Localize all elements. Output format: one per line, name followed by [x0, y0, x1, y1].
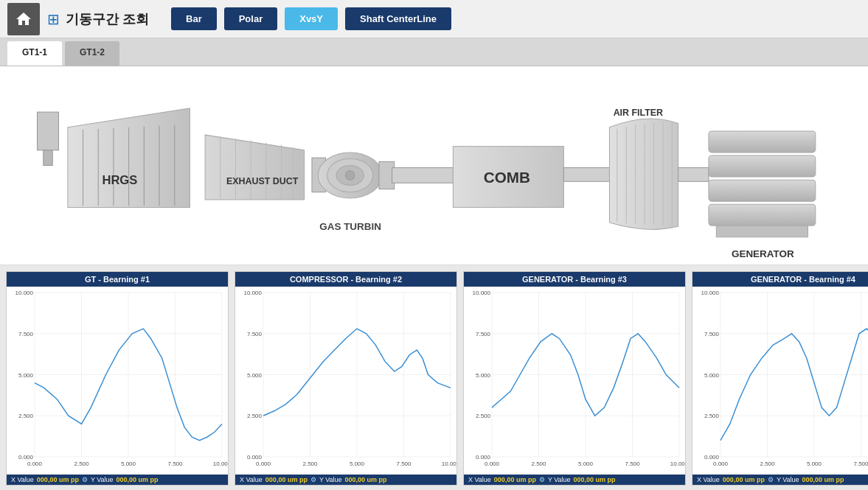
chart-panel-1: GT - Bearning #1 X Value 000,00 um pp ⚙ …	[6, 271, 229, 486]
svg-rect-41	[709, 155, 816, 177]
svg-rect-44	[716, 225, 808, 237]
chart-1-x-value: 000,00 um pp	[37, 476, 79, 483]
chart-4-canvas	[692, 287, 868, 475]
bar-nav-button[interactable]: Bar	[171, 7, 217, 30]
chart-4-x-label: X Value	[697, 476, 720, 483]
turbine-diagram: HRGS EXHAUST DUCT GAS TURBIN	[0, 66, 868, 265]
svg-text:EXHAUST DUCT: EXHAUST DUCT	[226, 176, 299, 186]
chart-2-title: COMPRESSOR - Bearning #2	[235, 272, 456, 287]
chart-2-canvas	[235, 287, 456, 475]
tab-gt1-2[interactable]: GT1-2	[65, 41, 119, 66]
chart-4-x-value: 000,00 um pp	[723, 476, 765, 483]
chart-4-y-label: Y Value	[777, 476, 799, 483]
chart-1-footer: X Value 000,00 um pp ⚙ Y Value 000,00 um…	[7, 475, 228, 485]
main-content: HRGS EXHAUST DUCT GAS TURBIN	[0, 66, 868, 490]
chart-panel-2: COMPRESSOR - Bearning #2 X Value 000,00 …	[235, 271, 457, 486]
xvsy-nav-button[interactable]: XvsY	[285, 7, 338, 30]
svg-text:GENERATOR: GENERATOR	[732, 248, 794, 259]
chart-2-y-value: 000,00 um pp	[345, 476, 387, 483]
chart-panel-4: GENERATOR - Bearning #4 X Value 000,00 u…	[692, 271, 868, 486]
chart-1-canvas	[7, 287, 228, 475]
svg-rect-43	[709, 204, 816, 225]
svg-rect-1	[38, 112, 59, 150]
chart-1-y-label: Y Value	[91, 476, 114, 483]
chart-3-canvas	[464, 287, 685, 475]
header: ⊞ 기동구간 조회 Bar Polar XvsY Shaft CenterLin…	[0, 0, 868, 38]
tabs-bar: GT1-1 GT1-2	[0, 38, 868, 66]
svg-rect-30	[563, 168, 609, 182]
chart-1-x-label: X Value	[11, 476, 34, 483]
chart-3-settings-icon[interactable]: ⚙	[539, 476, 545, 483]
chart-4-title: GENERATOR - Bearning #4	[692, 272, 868, 287]
chart-2-y-label: Y Value	[319, 476, 342, 483]
shaftcl-nav-button[interactable]: Shaft CenterLine	[345, 7, 451, 30]
chart-2-footer: X Value 000,00 um pp ⚙ Y Value 000,00 um…	[235, 475, 456, 485]
svg-point-24	[345, 171, 354, 180]
chart-1-y-value: 000,00 um pp	[117, 476, 159, 483]
polar-nav-button[interactable]: Polar	[224, 7, 278, 30]
charts-area: GT - Bearning #1 X Value 000,00 um pp ⚙ …	[0, 265, 868, 490]
svg-rect-42	[709, 180, 816, 201]
turbine-svg: HRGS EXHAUST DUCT GAS TURBIN	[0, 66, 868, 265]
page-title: 기동구간 조회	[66, 10, 149, 28]
chart-3-x-value: 000,00 um pp	[494, 476, 536, 483]
chart-3-title: GENERATOR - Bearning #3	[464, 272, 685, 287]
chart-3-body	[464, 287, 685, 475]
home-button[interactable]	[7, 3, 40, 35]
chart-2-x-value: 000,00 um pp	[265, 476, 308, 483]
chart-2-x-label: X Value	[240, 476, 263, 483]
title-area: ⊞ 기동구간 조회	[47, 10, 149, 28]
grid-icon: ⊞	[47, 10, 60, 28]
svg-text:HRGS: HRGS	[102, 173, 137, 187]
chart-3-x-label: X Value	[468, 476, 491, 483]
chart-1-body	[7, 287, 228, 475]
chart-4-settings-icon[interactable]: ⚙	[768, 476, 774, 483]
chart-2-body	[235, 287, 456, 475]
svg-rect-2	[44, 150, 52, 166]
chart-1-title: GT - Bearning #1	[7, 272, 228, 287]
chart-2-settings-icon[interactable]: ⚙	[310, 476, 316, 483]
svg-rect-40	[709, 131, 816, 153]
svg-text:COMB: COMB	[484, 169, 530, 186]
chart-3-footer: X Value 000,00 um pp ⚙ Y Value 000,00 um…	[464, 475, 685, 485]
chart-panel-3: GENERATOR - Bearning #3 X Value 000,00 u…	[463, 271, 686, 486]
svg-rect-39	[678, 168, 709, 182]
chart-3-y-label: Y Value	[548, 476, 571, 483]
chart-1-settings-icon[interactable]: ⚙	[82, 476, 88, 483]
chart-3-y-value: 000,00 um pp	[574, 476, 616, 483]
chart-4-body	[692, 287, 868, 475]
tab-gt1-1[interactable]: GT1-1	[7, 41, 62, 66]
chart-4-y-value: 000,00 um pp	[802, 476, 844, 483]
chart-4-footer: X Value 000,00 um pp ⚙ Y Value 000,00 um…	[692, 475, 868, 485]
svg-text:GAS TURBIN: GAS TURBIN	[319, 221, 381, 232]
svg-text:AIR FILTER: AIR FILTER	[614, 108, 663, 118]
svg-rect-26	[392, 168, 454, 183]
home-icon	[15, 10, 32, 28]
